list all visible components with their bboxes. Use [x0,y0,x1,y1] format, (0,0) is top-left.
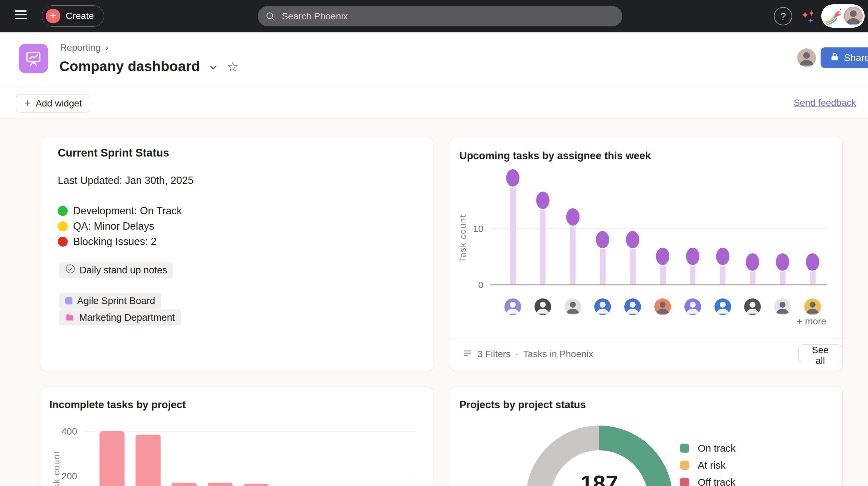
assignee-avatar[interactable] [774,298,791,315]
check-circle-icon [65,264,75,277]
lollipop-stem [690,265,695,284]
share-button-label: Share [844,53,868,63]
project-chip[interactable]: Agile Sprint Board [59,293,161,309]
data-point[interactable] [625,230,640,249]
data-point[interactable] [655,247,670,266]
bar[interactable] [244,484,269,486]
bar[interactable] [99,431,125,486]
assignee-avatar[interactable] [624,298,641,315]
question-mark-icon: ? [780,11,786,22]
gridline-400 [84,431,416,431]
more-assignees-link[interactable]: + more [797,316,826,327]
assignee-avatar[interactable] [534,298,551,315]
status-label: Blocking Issues: 2 [73,236,157,248]
square-icon [65,297,72,304]
widget-title: Projects by project status [459,399,586,411]
assignee-avatar[interactable] [714,298,731,315]
favorite-star-icon[interactable]: ☆ [227,60,239,73]
bar[interactable] [135,434,161,486]
project-chip[interactable]: Marketing Department [59,310,181,325]
lollipop-stem [600,248,606,284]
breadcrumb-chevron-icon: › [105,42,108,53]
user-avatar [844,7,863,25]
assignee-avatar[interactable] [744,298,761,315]
send-feedback-link[interactable]: Send feedback [794,97,856,108]
donut-center-value: 187 [526,470,673,486]
see-all-button[interactable]: See all [798,345,842,363]
y-tick-0: 0 [460,280,484,290]
donut-chart: 187 [526,426,673,486]
y-axis-title: Task count [458,202,468,276]
sparkles-icon [800,21,816,26]
bar[interactable] [208,483,233,486]
lollipop-stem [780,271,785,284]
data-point[interactable] [595,230,610,249]
source-label[interactable]: Tasks in Phoenix [523,349,593,359]
assignee-avatar[interactable] [654,298,671,315]
member-avatar[interactable] [797,48,816,67]
daily-standup-notes-chip[interactable]: Daily stand up notes [59,262,173,278]
gridline-200 [84,476,416,476]
legend-label: Off track [698,477,736,486]
ai-sparkles-button[interactable] [800,8,816,25]
add-widget-label: Add widget [36,98,82,109]
create-button-label: Create [66,11,94,21]
bar[interactable] [172,483,197,486]
data-point[interactable] [805,252,820,272]
widget-title: Incomplete tasks by project [50,399,186,411]
status-list: Development: On TrackQA: Minor DelaysBlo… [58,203,182,249]
data-point[interactable] [745,252,760,272]
data-point[interactable] [565,207,581,227]
incomplete-tasks-widget: Incomplete tasks by project Task count 4… [40,387,433,486]
search-input[interactable] [258,6,622,26]
project-status-widget: Projects by project status 187 On trackA… [450,387,843,486]
filter-icon [462,348,473,361]
card-footer-divider [450,338,842,338]
separator-dot: · [516,349,519,359]
project-chip-label: Marketing Department [79,312,175,323]
chevron-down-icon[interactable] [209,63,218,73]
y-tick-200: 200 [54,471,77,482]
data-point[interactable] [505,168,521,188]
help-button[interactable]: ? [774,7,792,25]
lollipop-stem [660,265,666,284]
y-tick-400: 400 [54,426,77,437]
top-bar: + Create ? [0,0,868,32]
x-axis-line [490,284,827,285]
data-point[interactable] [535,191,551,210]
y-tick-10: 10 [460,224,484,234]
filters-label[interactable]: 3 Filters [477,349,511,359]
workspace-pill[interactable] [821,4,865,28]
content-divider [0,135,868,135]
assignee-avatar[interactable] [594,298,611,315]
page-title: Company dashboard [59,58,200,74]
data-point[interactable] [685,247,701,266]
title-row: Company dashboard ☆ [59,56,239,76]
create-button[interactable]: + Create [42,5,104,27]
legend-label: On track [698,443,736,454]
chart-footer: 3 Filters · Tasks in Phoenix [462,345,593,363]
legend-item: At risk [680,457,736,474]
status-label: Development: On Track [73,205,182,217]
assignee-avatar[interactable] [504,298,521,315]
legend-swatch [680,444,689,453]
assignee-avatar[interactable] [564,298,581,315]
last-updated-text: Last Updated: Jan 30th, 2025 [58,174,194,187]
data-point[interactable] [775,252,790,272]
share-button[interactable]: Share [820,47,868,68]
hamburger-menu-icon[interactable] [15,10,28,22]
assignee-avatar[interactable] [684,298,701,315]
lollipop-stem [630,248,636,284]
assignee-avatar[interactable] [804,298,821,315]
status-row: QA: Minor Delays [58,219,182,234]
status-dot-icon [58,221,68,231]
data-point[interactable] [715,247,731,266]
widget-toolbar: + Add widget Send feedback [0,88,868,119]
add-widget-button[interactable]: + Add widget [16,94,90,112]
status-label: QA: Minor Delays [73,220,154,232]
breadcrumb-reporting-link[interactable]: Reporting [60,42,100,53]
plus-icon: + [24,96,31,109]
lollipop-stem [570,226,576,284]
folder-icon [65,313,74,322]
chart-legend: On trackAt riskOff track [680,440,736,486]
